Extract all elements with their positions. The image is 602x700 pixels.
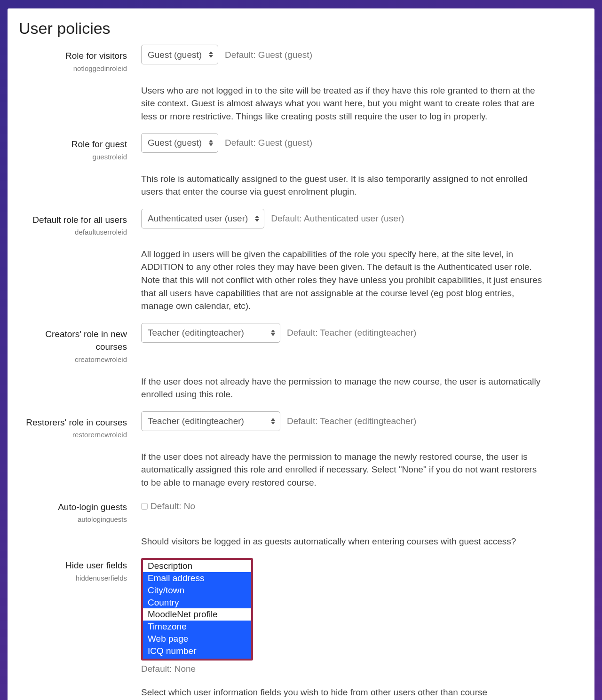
chevron-updown-icon <box>271 330 275 336</box>
autologin-guests-label: Auto-login guests <box>19 501 127 514</box>
default-user-role-desc-row: All logged in users will be given the ca… <box>19 248 583 313</box>
setting-visitor-role: Role for visitors notloggedinroleid Gues… <box>19 45 583 73</box>
listbox-option[interactable]: Email address <box>143 572 251 584</box>
restorer-role-desc: If the user does not already have the pe… <box>141 450 546 489</box>
autologin-guests-key: autologinguests <box>19 514 127 525</box>
restorer-role-key: restorernewroleid <box>19 430 127 440</box>
autologin-guests-default: Default: No <box>150 500 195 513</box>
guest-role-desc: This role is automatically assigned to t… <box>141 173 546 198</box>
listbox-option[interactable]: Description <box>143 560 251 572</box>
guest-role-value: Guest (guest) <box>148 136 202 149</box>
listbox-option[interactable]: ICQ number <box>143 645 251 657</box>
settings-card: User policies Role for visitors notlogge… <box>8 8 594 700</box>
guest-role-label: Role for guest <box>19 138 127 151</box>
visitor-role-key: notloggedinroleid <box>19 63 127 74</box>
creator-role-desc-row: If the user does not already have the pe… <box>19 375 583 401</box>
chevron-updown-icon <box>209 140 213 146</box>
guest-role-desc-row: This role is automatically assigned to t… <box>19 173 583 198</box>
default-user-role-label: Default role for all users <box>19 213 127 227</box>
setting-hide-user-fields: Hide user fields hiddenuserfields Descri… <box>19 558 583 676</box>
restorer-role-select[interactable]: Teacher (editingteacher) <box>141 411 280 431</box>
chevron-updown-icon <box>255 215 259 222</box>
visitor-role-label: Role for visitors <box>19 49 127 63</box>
creator-role-key: creatornewroleid <box>19 354 127 365</box>
listbox-option[interactable]: Country <box>143 597 251 609</box>
restorer-role-value: Teacher (editingteacher) <box>148 415 244 428</box>
listbox-option[interactable]: MoodleNet profile <box>143 608 251 621</box>
creator-role-default: Default: Teacher (editingteacher) <box>287 326 416 339</box>
setting-creator-role: Creators' role in new courses creatornew… <box>19 323 583 365</box>
visitor-role-value: Guest (guest) <box>148 48 202 62</box>
autologin-guests-checkbox[interactable] <box>141 503 148 510</box>
chevron-updown-icon <box>209 51 213 58</box>
page-title: User policies <box>19 17 583 40</box>
default-user-role-select[interactable]: Authenticated user (user) <box>141 209 264 228</box>
listbox-option[interactable]: Timezone <box>143 621 251 633</box>
guest-role-select[interactable]: Guest (guest) <box>141 133 218 153</box>
listbox-option[interactable]: Skype ID <box>143 657 251 659</box>
restorer-role-default: Default: Teacher (editingteacher) <box>287 415 416 428</box>
guest-role-default: Default: Guest (guest) <box>225 136 312 149</box>
hide-user-fields-label: Hide user fields <box>19 559 127 572</box>
visitor-role-select[interactable]: Guest (guest) <box>141 45 218 64</box>
creator-role-select[interactable]: Teacher (editingteacher) <box>141 323 280 343</box>
setting-guest-role: Role for guest guestroleid Guest (guest)… <box>19 133 583 162</box>
visitor-role-desc-row: Users who are not logged in to the site … <box>19 84 583 123</box>
restorer-role-label: Restorers' role in courses <box>19 416 127 429</box>
default-user-role-value: Authenticated user (user) <box>148 212 248 225</box>
default-user-role-default: Default: Authenticated user (user) <box>271 212 404 225</box>
restorer-role-desc-row: If the user does not already have the pe… <box>19 450 583 489</box>
default-user-role-desc: All logged in users will be given the ca… <box>141 248 546 313</box>
setting-autologin-guests: Auto-login guests autologinguests Defaul… <box>19 500 583 525</box>
setting-restorer-role: Restorers' role in courses restorernewro… <box>19 411 583 440</box>
creator-role-label: Creators' role in new courses <box>19 328 127 354</box>
hide-user-fields-key: hiddenuserfields <box>19 573 127 583</box>
creator-role-value: Teacher (editingteacher) <box>148 326 244 339</box>
guest-role-key: guestroleid <box>19 152 127 162</box>
listbox-option[interactable]: Web page <box>143 633 251 645</box>
listbox-option[interactable]: City/town <box>143 584 251 597</box>
hide-user-fields-listbox-border: DescriptionEmail addressCity/townCountry… <box>141 558 253 661</box>
hide-user-fields-desc-row: Select which user information fields you… <box>19 686 583 700</box>
hide-user-fields-desc: Select which user information fields you… <box>141 686 546 700</box>
autologin-guests-desc-row: Should visitors be logged in as guests a… <box>19 535 583 548</box>
hide-user-fields-listbox[interactable]: DescriptionEmail addressCity/townCountry… <box>143 560 251 659</box>
creator-role-desc: If the user does not already have the pe… <box>141 375 546 401</box>
visitor-role-default: Default: Guest (guest) <box>225 48 312 62</box>
chevron-updown-icon <box>271 418 275 425</box>
default-user-role-key: defaultuserroleid <box>19 227 127 237</box>
setting-default-user-role: Default role for all users defaultuserro… <box>19 209 583 237</box>
hide-user-fields-default: Default: None <box>141 662 583 676</box>
visitor-role-desc: Users who are not logged in to the site … <box>141 84 546 123</box>
autologin-guests-desc: Should visitors be logged in as guests a… <box>141 535 516 548</box>
